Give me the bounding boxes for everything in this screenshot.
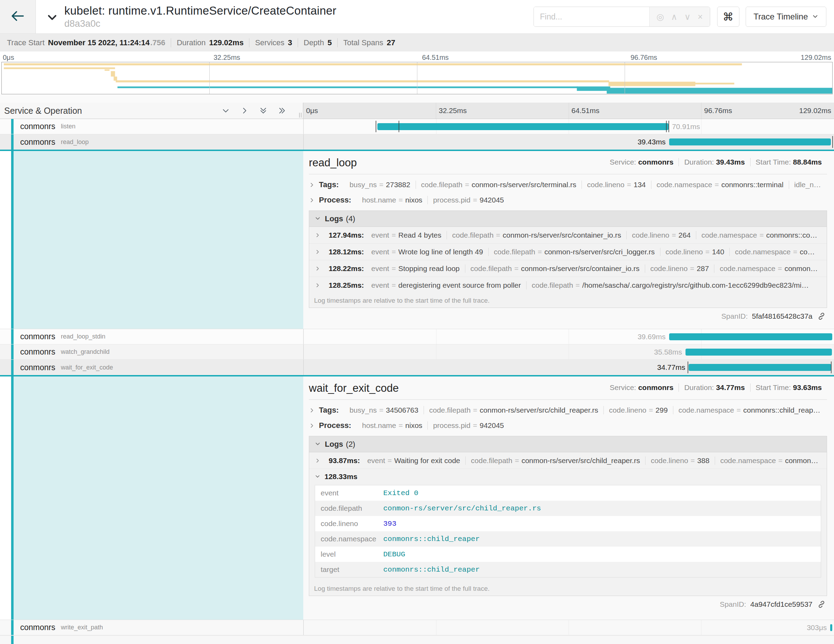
log-entry[interactable]: 127.94ms: event=Read 4 bytes code.filepa… <box>309 227 827 244</box>
span-row-read-loop[interactable]: conmonrs read_loop 39.43ms <box>0 134 834 151</box>
span-bar[interactable]: 39.69ms <box>669 333 832 340</box>
detail-gutter <box>0 377 303 620</box>
span-service: conmonrs <box>20 332 55 341</box>
spanid-value: 5faf48165428c37a <box>752 312 813 320</box>
process-row[interactable]: Process: host.name=nixos process.pid=942… <box>309 193 827 208</box>
services-label: Services <box>255 38 284 47</box>
find-prev-icon[interactable]: ∧ <box>671 13 677 21</box>
process-row[interactable]: Process: host.name=nixos process.pid=942… <box>309 418 827 433</box>
find-box: ◎ ∧ ∨ × <box>533 6 710 27</box>
collapse-header-button[interactable] <box>46 12 58 25</box>
detail-duration: Duration:39.43ms <box>679 158 750 166</box>
top-bar: kubelet: runtime.v1.RuntimeService/Creat… <box>0 0 834 33</box>
span-detail-read-loop: read_loop Service:conmonrs Duration:39.4… <box>0 151 834 329</box>
span-service: conmonrs <box>20 122 55 131</box>
collapse-one-icon[interactable] <box>221 107 230 115</box>
minimap-tick: 129.02ms <box>801 53 831 61</box>
minimap-gridline <box>209 62 210 94</box>
logs-header[interactable]: Logs (4) <box>309 211 827 227</box>
tag: code.namespace=conmonrs::terminal <box>651 181 789 189</box>
expand-all-icon[interactable] <box>278 107 286 115</box>
span-service: conmonrs <box>20 623 55 632</box>
span-name-cell[interactable]: conmonrs listen <box>0 119 303 134</box>
tags-row[interactable]: Tags: busy_ns=34506763 code.filepath=con… <box>309 403 827 418</box>
span-bar[interactable]: 35.58ms <box>685 349 832 356</box>
detail-header: read_loop Service:conmonrs Duration:39.4… <box>309 157 827 169</box>
chevron-down-icon <box>315 440 321 449</box>
span-name-cell[interactable]: conmonrs watch_grandchild <box>0 345 303 359</box>
trace-start-fraction: .756 <box>150 38 165 47</box>
table-row: level DEBUG <box>315 547 821 562</box>
logs-header[interactable]: Logs (2) <box>309 436 827 452</box>
log-entry[interactable]: 93.87ms: event=Waiting for exit code cod… <box>309 452 827 469</box>
span-graph-cell[interactable]: 39.43ms <box>303 134 834 150</box>
divider <box>309 400 827 400</box>
deep-link-icon[interactable] <box>817 600 826 608</box>
timeline-column-header: Service & Operation 0μs 32.25ms 64.51ms … <box>0 103 834 119</box>
find-clear-icon[interactable]: × <box>698 13 703 21</box>
span-name-cell[interactable]: conmonrs read_loop_stdin <box>0 329 303 344</box>
find-input[interactable] <box>534 7 649 26</box>
log-field: code.filepath=/home/sascha/.cargo/regist… <box>526 281 814 290</box>
span-row-watch-grandchild[interactable]: conmonrs watch_grandchild 35.58ms <box>0 345 834 360</box>
keyboard-shortcuts-button[interactable]: ⌘ <box>717 6 739 27</box>
span-graph-cell[interactable]: 70.91ms <box>303 119 834 134</box>
log-field: code.namespace=co… <box>729 248 820 256</box>
span-name-cell[interactable]: conmonrs write_exit_path <box>0 620 303 635</box>
tag: busy_ns=34506763 <box>344 406 423 414</box>
span-bar[interactable]: 70.91ms <box>377 123 668 130</box>
back-button[interactable] <box>0 0 36 33</box>
chevron-right-icon <box>315 232 320 238</box>
process-tag: host.name=nixos <box>357 421 427 430</box>
span-name-cell[interactable]: conmonrs wait_for_exit_code <box>0 360 303 375</box>
minimap-tick: 96.76ms <box>630 53 657 61</box>
column-resizer-grip[interactable] <box>299 113 302 118</box>
detail-panel: wait_for_exit_code Service:conmonrs Dura… <box>303 377 834 620</box>
span-bar[interactable]: 303μs <box>830 624 832 631</box>
detail-title: wait_for_exit_code <box>309 382 399 395</box>
span-bar[interactable]: 39.43ms <box>669 139 831 146</box>
span-graph-cell[interactable]: 35.58ms <box>303 345 834 359</box>
log-field: code.namespace=conmonrs::co… <box>696 231 823 239</box>
trace-start-label: Trace Start <box>7 38 45 47</box>
log-field: code.filepath=conmon-rs/server/src/conta… <box>465 264 645 273</box>
find-next-icon[interactable]: ∨ <box>684 13 691 21</box>
span-graph-cell[interactable]: 303μs <box>303 620 834 635</box>
tag: code.filepath=conmon-rs/server/src/termi… <box>415 181 582 189</box>
span-graph-cell[interactable]: 34.77ms <box>303 360 834 375</box>
span-row-write-exit-path[interactable]: conmonrs write_exit_path 303μs <box>0 620 834 635</box>
trace-titles: kubelet: runtime.v1.RuntimeService/Creat… <box>64 4 336 29</box>
spanid-row: SpanID: 4a947cfd1ce59537 <box>309 596 827 613</box>
span-service: conmonrs <box>20 347 55 357</box>
log-entry[interactable]: 128.25ms: event=deregistering event sour… <box>309 277 827 294</box>
expanded-log-entry[interactable]: 128.33ms <box>309 469 827 484</box>
span-graph-cell[interactable]: 39.69ms <box>303 329 834 344</box>
tag: code.filepath=conmon-rs/server/src/child… <box>423 406 603 414</box>
span-row-read-loop-stdin[interactable]: conmonrs read_loop_stdin 39.69ms <box>0 329 834 345</box>
tags-label: Tags: <box>319 406 339 415</box>
service-color-bar <box>11 329 14 344</box>
locate-icon[interactable]: ◎ <box>656 13 664 21</box>
trace-view-selector[interactable]: Trace Timeline <box>746 6 827 27</box>
deep-link-icon[interactable] <box>817 312 826 320</box>
expand-one-icon[interactable] <box>240 107 249 115</box>
log-time: 128.12ms: <box>329 248 364 256</box>
tag: code.lineno=299 <box>603 406 673 414</box>
trace-minimap[interactable] <box>2 62 832 94</box>
total-spans-value: 27 <box>387 38 395 47</box>
detail-start-time: Start Time:93.63ms <box>750 383 827 392</box>
tags-row[interactable]: Tags: busy_ns=273882 code.filepath=conmo… <box>309 177 827 193</box>
timeline-tick: 129.02ms <box>799 107 831 115</box>
collapse-all-icon[interactable] <box>259 107 267 115</box>
log-entry[interactable]: 128.22ms: event=Stopping read loop code.… <box>309 260 827 277</box>
expanded-log-time: 128.33ms <box>325 472 357 481</box>
log-entry[interactable]: 128.12ms: event=Wrote log line of length… <box>309 244 827 260</box>
trace-depth: Depth 5 <box>298 38 337 47</box>
trace-duration: Duration 129.02ms <box>171 38 249 47</box>
span-row-wait-for-exit-code[interactable]: conmonrs wait_for_exit_code 34.77ms <box>0 360 834 377</box>
span-name-cell[interactable]: conmonrs read_loop <box>0 134 303 150</box>
span-row-partial[interactable] <box>0 635 834 644</box>
log-field: event=Stopping read loop <box>366 264 465 273</box>
span-bar[interactable]: 34.77ms <box>689 364 831 371</box>
span-row-listen[interactable]: conmonrs listen 70.91ms <box>0 119 834 134</box>
